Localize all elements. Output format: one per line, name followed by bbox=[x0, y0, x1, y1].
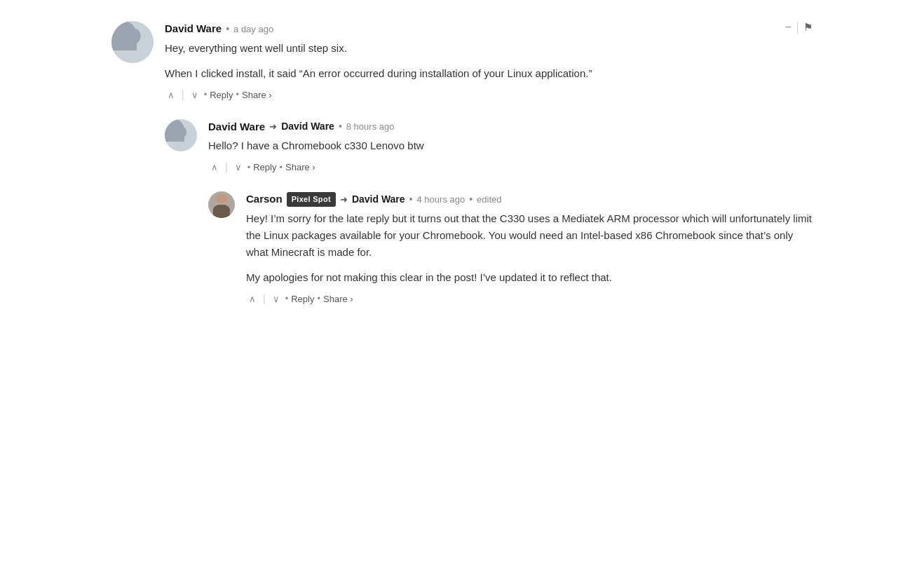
downvote-button[interactable]: ∨ bbox=[232, 161, 245, 174]
reply-button[interactable]: Reply bbox=[291, 294, 314, 304]
vote-separator: | bbox=[182, 88, 184, 102]
comment-meta: David Ware • a day ago bbox=[165, 21, 273, 37]
author-name: David Ware bbox=[208, 119, 265, 135]
comment-thread: David Ware • a day ago − ⚑ Hey, everythi… bbox=[111, 21, 813, 306]
share-button[interactable]: Share › bbox=[323, 294, 353, 304]
meta-dot: • bbox=[409, 192, 413, 207]
meta-dot: • bbox=[226, 22, 229, 36]
edited-label: edited bbox=[477, 193, 501, 207]
author-name: Carson bbox=[246, 191, 283, 207]
separator bbox=[797, 22, 798, 33]
avatar bbox=[165, 119, 197, 151]
upvote-button[interactable]: ∧ bbox=[246, 292, 259, 306]
reply-arrow: ➜ bbox=[269, 120, 277, 134]
comment-meta: Carson Pixel Spot ➜ David Ware • 4 hours… bbox=[246, 191, 813, 207]
timestamp: a day ago bbox=[233, 22, 273, 36]
action-dot-2: • bbox=[279, 161, 283, 175]
action-dot-2: • bbox=[317, 292, 320, 306]
body-line-2: When I clicked install, it said “An erro… bbox=[165, 65, 813, 82]
comment-meta: David Ware ➜ David Ware • 8 hours ago bbox=[208, 119, 813, 135]
comment-content: David Ware ➜ David Ware • 8 hours ago He… bbox=[208, 119, 813, 175]
timestamp: 8 hours ago bbox=[346, 120, 395, 134]
vote-separator: | bbox=[263, 292, 266, 306]
action-dot: • bbox=[204, 88, 208, 102]
comment-content: David Ware • a day ago − ⚑ Hey, everythi… bbox=[165, 21, 813, 102]
avatar bbox=[208, 191, 235, 218]
flag-button[interactable]: ⚑ bbox=[803, 21, 813, 34]
vote-separator: | bbox=[225, 160, 228, 175]
reply-arrow: ➜ bbox=[340, 193, 348, 207]
comment-body: Hey, everything went well until step six… bbox=[165, 40, 813, 82]
reply-target: David Ware bbox=[352, 192, 405, 207]
comment-actions: ∧ | ∨ • Reply • Share › bbox=[165, 88, 813, 102]
body-line-1: Hello? I have a Chromebook c330 Lenovo b… bbox=[208, 137, 813, 154]
reply-target: David Ware bbox=[281, 119, 334, 134]
upvote-button[interactable]: ∧ bbox=[208, 161, 221, 174]
downvote-button[interactable]: ∨ bbox=[270, 292, 283, 306]
comment-item: David Ware ➜ David Ware • 8 hours ago He… bbox=[165, 119, 813, 175]
timestamp: 4 hours ago bbox=[417, 193, 466, 207]
upvote-button[interactable]: ∧ bbox=[165, 88, 177, 102]
meta-dot-2: • bbox=[469, 192, 473, 207]
avatar-face bbox=[208, 191, 235, 218]
author-badge: Pixel Spot bbox=[287, 192, 336, 207]
share-button[interactable]: Share › bbox=[285, 162, 315, 172]
downvote-button[interactable]: ∨ bbox=[189, 88, 201, 102]
body-line-1: Hey, everything went well until step six… bbox=[165, 40, 813, 57]
body-paragraph-2: My apologies for not making this clear i… bbox=[246, 269, 813, 286]
action-dot: • bbox=[285, 292, 289, 306]
comment-body: Hey! I’m sorry for the late reply but it… bbox=[246, 210, 813, 286]
reply-button[interactable]: Reply bbox=[253, 162, 276, 172]
comment-content: Carson Pixel Spot ➜ David Ware • 4 hours… bbox=[246, 191, 813, 306]
share-button[interactable]: Share › bbox=[242, 90, 272, 100]
meta-dot: • bbox=[339, 119, 342, 134]
body-paragraph-1: Hey! I’m sorry for the late reply but it… bbox=[246, 210, 813, 261]
action-dot-2: • bbox=[236, 88, 239, 102]
minimize-button[interactable]: − bbox=[785, 22, 791, 33]
comment-actions: ∧ | ∨ • Reply • Share › bbox=[246, 292, 813, 306]
author-name: David Ware bbox=[165, 21, 222, 37]
comment-item: David Ware • a day ago − ⚑ Hey, everythi… bbox=[111, 21, 813, 102]
reply-button[interactable]: Reply bbox=[210, 90, 233, 100]
comment-item: Carson Pixel Spot ➜ David Ware • 4 hours… bbox=[208, 191, 813, 306]
action-dot: • bbox=[247, 161, 251, 175]
comment-body: Hello? I have a Chromebook c330 Lenovo b… bbox=[208, 137, 813, 154]
top-actions: − ⚑ bbox=[785, 21, 813, 34]
avatar bbox=[111, 21, 154, 63]
comment-actions: ∧ | ∨ • Reply • Share › bbox=[208, 160, 813, 175]
